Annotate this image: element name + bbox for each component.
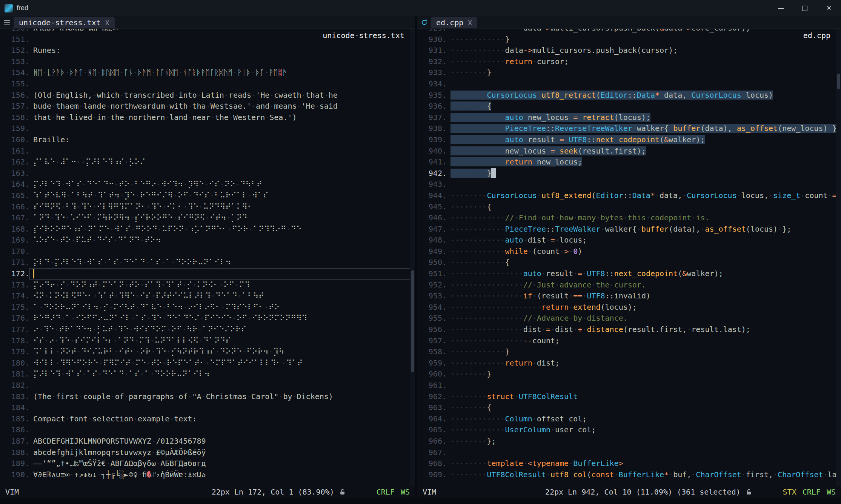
code-line-text — [29, 402, 415, 413]
code-line: 157.bude·thaem·lande·northweardum·with·t… — [0, 101, 415, 112]
code-line-text: that·he·lived·in·the·northern·land·near·… — [29, 112, 415, 123]
code-line-text: ············{ — [447, 257, 841, 268]
code-line-text: ⡍⠜⠇⠑⠹·⠺⠁⠎·⠁⠎·⠙⠑⠁⠙·⠁⠎·⠁·⠙⠕⠕⠗⠤⠝⠁⠊⠇⠲ — [29, 369, 415, 380]
code-line-text: ········} — [447, 67, 841, 78]
line-number: 938. — [417, 123, 447, 134]
tab-unicode-stress-txt[interactable]: unicode-stress.txt X — [14, 17, 115, 28]
line-number: 959. — [417, 358, 447, 369]
code-line-text: ············while·(count·>·0) — [447, 246, 841, 257]
right-editor[interactable]: ed.cpp 929.················data->multi_c… — [417, 29, 841, 486]
app-icon — [5, 4, 13, 12]
code-line-text: ············auto·dist·=·locus; — [447, 235, 841, 246]
status-flag-ws: WS — [827, 487, 836, 496]
minimize-icon — [778, 8, 784, 9]
titlebar[interactable]: fred ✕ — [0, 0, 841, 16]
window-controls: ✕ — [769, 0, 841, 16]
code-line: 963.········{ — [417, 402, 841, 413]
left-editor[interactable]: unicode-stress.txt 150.እግርህን·በፍራሽህ·ልክ·ዘር… — [0, 29, 415, 486]
code-line: 185.Compact·font·selection·example·text: — [0, 413, 415, 425]
left-scrollbar[interactable] — [410, 29, 415, 486]
code-line: 160.Braille: — [0, 134, 415, 146]
code-line: 169.⠡⠕⠎⠑·⠞⠕·⠏⠥⠞·⠙⠊⠎·⠙⠁⠝⠙·⠞⠕⠲ — [0, 235, 415, 246]
line-number: 174. — [0, 290, 29, 302]
code-line-text — [29, 246, 415, 257]
left-statusbar: VIM 22px Ln 172, Col 1 (83.90%) CRLFWS — [0, 486, 415, 498]
code-line-text — [29, 123, 415, 134]
code-line: 183.(The·first·couple·of·paragraphs·of·"… — [0, 391, 415, 403]
line-number: 188. — [0, 447, 29, 458]
code-line: 962.········struct·UTF8ColResult — [417, 391, 841, 403]
code-line-text — [29, 56, 415, 68]
sync-icon-button[interactable] — [417, 16, 431, 28]
right-code-area: 929.················data->multi_cursors.… — [417, 29, 841, 480]
right-scrollbar[interactable] — [836, 29, 841, 486]
code-line: 938.············PieceTree::ReverseTreeWa… — [417, 123, 841, 134]
code-line: 156.(Old·English,·which·transcribed·into… — [0, 90, 415, 101]
code-line-text — [29, 380, 415, 391]
line-number: 933. — [417, 67, 447, 78]
code-line-text: ⡍⠜⠇⠑⠹·⠺⠁⠎·⠙⠑⠁⠙⠒·⠞⠕·⠃⠑⠛⠔·⠺⠊⠹⠲·⡹⠻⠑·⠊⠎·⠝⠕·⠙… — [29, 179, 415, 190]
code-line: 969.········UTF8ColResult·utf8_col(const… — [417, 469, 841, 481]
line-number: 961. — [417, 380, 447, 391]
line-number: 944. — [417, 190, 447, 201]
code-line: 933.········} — [417, 67, 841, 78]
line-number: 936. — [417, 101, 447, 112]
minimize-button[interactable] — [769, 0, 793, 16]
tab-ed-cpp[interactable]: ed.cpp X — [431, 17, 477, 28]
line-number: 165. — [0, 190, 29, 201]
close-button[interactable]: ✕ — [817, 0, 841, 16]
line-number: 960. — [417, 369, 447, 380]
code-line: 165.⠱⠁⠞⠑⠧⠻·⠁⠃⠳⠞·⠹⠁⠞⠲·⡹⠑·⠗⠑⠛⠊⠌⠻·⠕⠋·⠙⠊⠎·⠃⠥… — [0, 190, 415, 201]
code-line: 162.⡌⠁⠧⠑·⠼⠁⠒··⡍⠜⠇⠑⠹⠰⠎·⡣⠕⠌ — [0, 157, 415, 168]
line-number: 183. — [0, 391, 29, 403]
code-line: 937.············auto·new_locus·=·retract… — [417, 112, 841, 123]
code-line-text: ············PieceTree::ReverseTreeWalker… — [447, 123, 841, 134]
line-ending-flags: STXCRLFWS — [783, 487, 836, 496]
tab-label: unicode-stress.txt — [19, 18, 101, 27]
code-line-text — [29, 146, 415, 157]
code-line-text: bude·thaem·lande·northweardum·with·tha·W… — [29, 101, 415, 112]
line-number: 161. — [0, 146, 29, 157]
code-line-text: ················if·(result·==·UTF8::inva… — [447, 290, 841, 302]
cursor-position-label: 22px Ln 172, Col 1 (83.90%) — [212, 487, 334, 496]
tab-close-icon[interactable]: X — [105, 19, 109, 27]
code-line-text: ············Column·offset_col; — [447, 413, 841, 425]
code-line-text: (Old·English,·which·transcribed·into·Lat… — [29, 90, 415, 101]
code-line-text: ⠔·⠹⠑·⠞⠗⠁⠙⠑⠲·⡃⠥⠞·⠹⠑·⠺⠊⠎⠙⠕⠍·⠕⠋·⠳⠗·⠁⠝⠊⠑⠌⠕⠗⠎ — [29, 324, 415, 335]
code-line: 942.········} — [417, 168, 841, 179]
code-line-text: ············return·cursor; — [447, 56, 841, 68]
code-line: 172. — [0, 268, 415, 280]
code-line-text: ⠡⠕⠎⠑·⠞⠕·⠏⠥⠞·⠙⠊⠎·⠙⠁⠝⠙·⠞⠕⠲ — [29, 235, 415, 246]
code-line: 953.················if·(result·==·UTF8::… — [417, 290, 841, 302]
line-number: 931. — [417, 45, 447, 56]
tab-close-icon[interactable]: X — [468, 19, 472, 27]
code-line: 966.········}; — [417, 436, 841, 447]
line-number: 178. — [0, 335, 29, 347]
scroll-thumb[interactable] — [837, 74, 840, 89]
code-line: 964.············Column·offset_col; — [417, 413, 841, 425]
code-line-text: ············return·dist; — [447, 358, 841, 369]
maximize-button[interactable] — [793, 0, 817, 16]
scroll-thumb[interactable] — [411, 270, 414, 372]
code-line: 168.⡎⠊⠗⠕⠕⠛⠑⠰⠎·⠝⠁⠍⠑·⠺⠁⠎·⠛⠕⠕⠙·⠥⠏⠕⠝·⠰⡡⠁⠝⠛⠑⠂… — [0, 224, 415, 235]
code-line: 189.–—‘“”„†•…‰™œŠŸž€·ΑΒΓΔΩαβγδω·АБВГДабв… — [0, 458, 415, 469]
code-line-text: ⠩⠁⠇⠇·⠝⠕⠞·⠙⠊⠌⠥⠗⠃·⠊⠞⠂·⠕⠗·⠹⠑·⡊⠳⠝⠞⠗⠹⠰⠎·⠙⠕⠝⠑·… — [29, 346, 415, 358]
buffer-list-icon[interactable] — [0, 16, 14, 28]
text-caret — [33, 269, 34, 278]
code-line: 152.Runes: — [0, 45, 415, 56]
line-number: 946. — [417, 212, 447, 224]
code-line: 173.⡍⠔⠙⠖·⡊·⠙⠕⠝⠰⠞·⠍⠑⠁⠝·⠞⠕·⠎⠁⠹·⠹⠁⠞·⡊·⠅⠝⠪⠂·… — [0, 280, 415, 291]
line-number: 177. — [0, 324, 29, 335]
code-line: 179.⠩⠁⠇⠇·⠝⠕⠞·⠙⠊⠌⠥⠗⠃·⠊⠞⠂·⠕⠗·⠹⠑·⡊⠳⠝⠞⠗⠹⠰⠎·⠙… — [0, 346, 415, 358]
code-line: 932.············return·cursor; — [417, 56, 841, 68]
code-line-text — [29, 168, 415, 179]
line-number: 172. — [0, 268, 29, 280]
line-number: 947. — [417, 224, 447, 235]
line-number: 152. — [0, 45, 29, 56]
code-line-text — [447, 447, 841, 458]
code-line-text: ········} — [447, 168, 841, 179]
code-line-text: ············UserColumn·user_col; — [447, 424, 841, 436]
line-number: 952. — [417, 280, 447, 291]
code-line-text — [29, 78, 415, 90]
code-line: 959.············return·dist; — [417, 358, 841, 369]
